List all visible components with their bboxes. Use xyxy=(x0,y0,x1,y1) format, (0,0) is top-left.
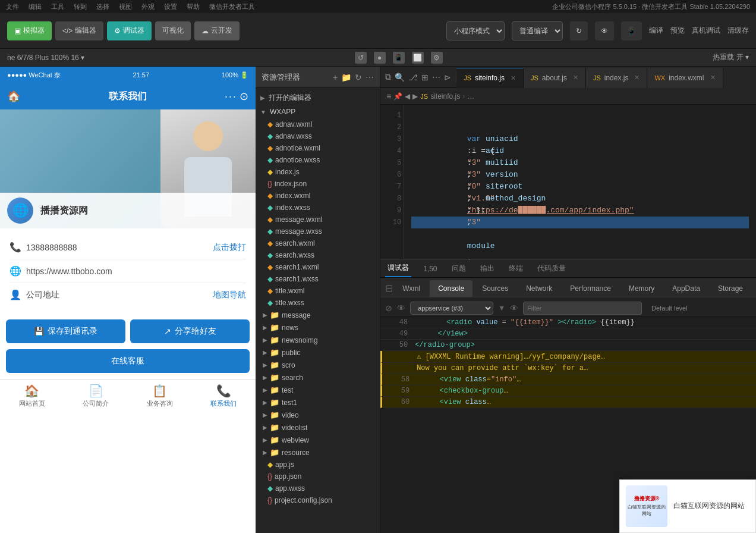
tree-item-search1-wxss[interactable]: ◆ search1.wxss xyxy=(256,273,380,285)
simulator-btn[interactable]: ▣ 模拟器 xyxy=(7,21,52,40)
console-filter[interactable] xyxy=(523,302,642,315)
tree-item-app-wxss[interactable]: ◆ app.wxss xyxy=(256,482,380,494)
folder-scro[interactable]: ▶ 📁 scro xyxy=(256,359,380,371)
online-service-btn[interactable]: 在线客服 xyxy=(6,349,250,373)
record-icon[interactable]: ● xyxy=(374,52,386,64)
tab-index-js[interactable]: JS index.js ✕ xyxy=(586,68,648,88)
source-control-icon[interactable]: ⎇ xyxy=(408,73,418,82)
pin-icon[interactable]: 📌 xyxy=(393,92,402,101)
map-action[interactable]: 地图导航 xyxy=(213,290,246,300)
editor-btn[interactable]: </> 编辑器 xyxy=(55,21,103,40)
tree-item-index-wxss[interactable]: ◆ index.wxss xyxy=(256,202,380,214)
side-by-side-icon[interactable]: ⊞ xyxy=(421,73,429,82)
tree-item-message-wxss[interactable]: ◆ message.wxss xyxy=(256,225,380,237)
toggle-panel-icon[interactable]: ⊟ xyxy=(385,283,393,294)
cloud-btn[interactable]: ☁ 云开发 xyxy=(194,21,240,40)
tree-item-adnav-wxss[interactable]: ◆ adnav.wxss xyxy=(256,130,380,142)
folder-test1[interactable]: ▶ 📁 test1 xyxy=(256,396,380,409)
folder-test[interactable]: ▶ 📁 test xyxy=(256,384,380,396)
inner-tab-console[interactable]: Console xyxy=(430,280,472,297)
collapse-tree-icon[interactable]: ⋯ xyxy=(366,73,374,82)
folder-newsnoimg[interactable]: ▶ 📁 newsnoimg xyxy=(256,334,380,346)
dbg-tab-code-quality[interactable]: 代码质量 xyxy=(535,261,568,277)
ellipsis-icon[interactable]: ⋯ xyxy=(432,73,440,82)
refresh-tree-icon[interactable]: ↻ xyxy=(355,73,362,82)
menu-tools[interactable]: 工具 xyxy=(51,2,64,11)
device-info[interactable]: ne 6/7/8 Plus 100% 16 ▾ xyxy=(7,54,84,62)
nav-company[interactable]: 📄 公司简介 xyxy=(64,384,128,408)
inner-tab-appdata[interactable]: AppData xyxy=(664,280,708,297)
nav-back-icon[interactable]: ◀ xyxy=(405,92,410,101)
menu-appearance[interactable]: 外观 xyxy=(141,2,155,11)
nav-home-icon[interactable]: 🏠 xyxy=(7,90,20,103)
inner-tab-sources[interactable]: Sources xyxy=(474,280,516,297)
folder-public[interactable]: ▶ 📁 public xyxy=(256,346,380,359)
tree-item-project-config[interactable]: {} project.config.json xyxy=(256,494,380,506)
tab-index-wxml[interactable]: WX index.wxml ✕ xyxy=(647,68,723,88)
tree-item-message-wxml[interactable]: ◆ message.wxml xyxy=(256,214,380,225)
folder-news[interactable]: ▶ 📁 news xyxy=(256,321,380,334)
frame-icon[interactable]: ⬜ xyxy=(412,52,424,64)
tree-item-adnotice-wxss[interactable]: ◆ adnotice.wxss xyxy=(256,154,380,166)
folder-message[interactable]: ▶ 📁 message xyxy=(256,309,380,321)
tab-close-icon[interactable]: ✕ xyxy=(634,74,640,81)
nav-record-icon[interactable]: ⊙ xyxy=(240,90,248,103)
nav-contact[interactable]: 📞 联系我们 xyxy=(192,384,256,408)
tree-item-search1-wxml[interactable]: ◆ search1.wxml xyxy=(256,261,380,273)
tree-item-title-wxss[interactable]: ◆ title.wxss xyxy=(256,297,380,309)
settings-icon[interactable]: ⚙ xyxy=(431,52,443,64)
menu-goto[interactable]: 转到 xyxy=(74,2,87,11)
menu-view[interactable]: 视图 xyxy=(119,2,132,11)
nav-business[interactable]: 📋 业务咨询 xyxy=(128,384,192,408)
tab-close-icon[interactable]: ✕ xyxy=(511,74,516,82)
dbg-tab-output[interactable]: 输出 xyxy=(478,261,497,277)
tree-item-app-json[interactable]: {} app.json xyxy=(256,471,380,482)
folder-resource[interactable]: ▶ 📁 resource xyxy=(256,446,380,459)
tree-item-index-wxml[interactable]: ◆ index.wxml xyxy=(256,190,380,202)
menu-edit[interactable]: 编辑 xyxy=(29,2,42,11)
tree-item-search-wxss[interactable]: ◆ search.wxss xyxy=(256,249,380,261)
tree-item-app-js[interactable]: ◆ app.js xyxy=(256,459,380,471)
inner-tab-storage[interactable]: Storage xyxy=(710,280,751,297)
nav-forward-icon[interactable]: ▶ xyxy=(412,92,418,101)
split-icon[interactable]: ⧉ xyxy=(385,72,391,82)
tab-close-icon[interactable]: ✕ xyxy=(710,74,716,81)
dbg-tab-debugger[interactable]: 调试器 xyxy=(385,261,411,277)
tree-item-adnav-wxml[interactable]: ◆ adnav.wxml xyxy=(256,118,380,130)
tree-item-index-js[interactable]: ◆ index.js xyxy=(256,166,380,178)
tab-about-js[interactable]: JS about.js ✕ xyxy=(524,68,586,88)
nav-dot-menu[interactable]: ··· xyxy=(225,90,237,103)
folder-webview[interactable]: ▶ 📁 webview xyxy=(256,434,380,446)
menu-settings[interactable]: 设置 xyxy=(164,2,177,11)
tree-item-adnotice-wxml[interactable]: ◆ adnotice.wxml xyxy=(256,142,380,154)
eye2-icon[interactable]: 👁 xyxy=(510,303,518,313)
new-file-icon[interactable]: + xyxy=(333,73,338,82)
eye-icon[interactable]: 👁 xyxy=(397,303,405,313)
save-contacts-btn[interactable]: 💾 保存到通讯录 xyxy=(6,319,125,343)
no-entry-icon[interactable]: ⊘ xyxy=(385,303,392,313)
menu-select[interactable]: 选择 xyxy=(96,2,109,11)
folder-search[interactable]: ▶ 📁 search xyxy=(256,371,380,384)
debugger-btn[interactable]: ⚙ 调试器 xyxy=(107,21,152,40)
open-editors-section[interactable]: ▶ 打开的编辑器 xyxy=(256,90,380,105)
mode-selector[interactable]: 小程序模式 xyxy=(446,21,505,40)
call-action[interactable]: 点击拨打 xyxy=(213,242,246,253)
folder-videolist[interactable]: ▶ 📁 videolist xyxy=(256,421,380,434)
terminal-icon[interactable]: ⊳ xyxy=(444,73,451,82)
inner-tab-network[interactable]: Network xyxy=(518,280,560,297)
search-editor-icon[interactable]: 🔍 xyxy=(395,73,405,82)
menu-wechat-devtools[interactable]: 微信开发者工具 xyxy=(209,2,255,11)
appservice-selector[interactable]: appservice (#3) xyxy=(410,302,493,315)
tab-close-icon[interactable]: ✕ xyxy=(573,74,578,81)
selector-arrow-icon[interactable]: ▼ xyxy=(498,304,505,312)
refresh-btn[interactable]: ↻ xyxy=(570,21,588,40)
folder-video[interactable]: ▶ 📁 video xyxy=(256,409,380,421)
share-btn[interactable]: ↗ 分享给好友 xyxy=(130,319,250,343)
code-content[interactable]: var i = { uniacid : "3" , acid : "3" xyxy=(404,105,756,259)
nav-home[interactable]: 🏠 网站首页 xyxy=(0,384,64,408)
tab-siteinfo-js[interactable]: JS siteinfo.js ✕ xyxy=(456,68,524,88)
wxapp-section[interactable]: ▼ WXAPP xyxy=(256,105,380,118)
compile-selector[interactable]: 普通编译 xyxy=(512,21,563,40)
visual-btn[interactable]: 可视化 xyxy=(155,21,191,40)
rotate-icon[interactable]: ↺ xyxy=(355,52,367,64)
